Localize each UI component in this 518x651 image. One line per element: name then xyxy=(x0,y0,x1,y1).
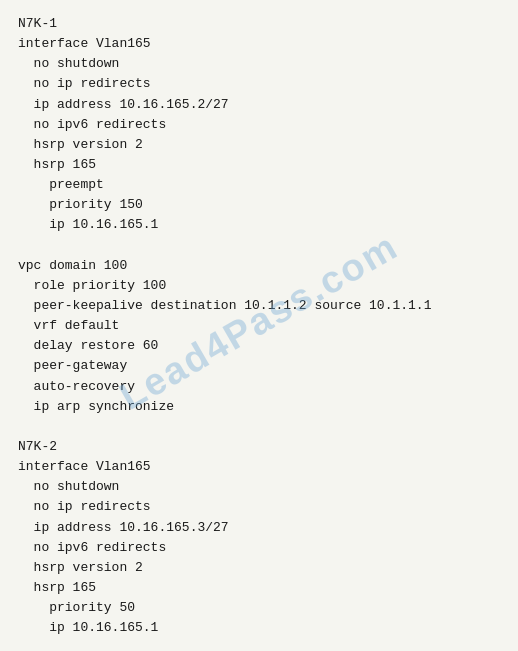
code-line: priority 150 xyxy=(18,195,500,215)
code-line: priority 50 xyxy=(18,598,500,618)
code-line: peer-keepalive destination 10.1.1.2 sour… xyxy=(18,296,500,316)
code-line: no ip redirects xyxy=(18,74,500,94)
code-line xyxy=(18,236,500,256)
code-line: no ipv6 redirects xyxy=(18,115,500,135)
code-line: role priority 100 xyxy=(18,276,500,296)
code-line: hsrp version 2 xyxy=(18,135,500,155)
code-line: hsrp 165 xyxy=(18,578,500,598)
code-line: ip arp synchronize xyxy=(18,397,500,417)
code-line: auto-recovery xyxy=(18,377,500,397)
code-line: delay restore 60 xyxy=(18,336,500,356)
code-line: no ip redirects xyxy=(18,497,500,517)
code-line: interface Vlan165 xyxy=(18,457,500,477)
code-content: N7K-1interface Vlan165 no shutdown no ip… xyxy=(18,14,500,651)
code-line: ip address 10.16.165.2/27 xyxy=(18,95,500,115)
code-line xyxy=(18,638,500,651)
code-line: N7K-1 xyxy=(18,14,500,34)
code-line: ip 10.16.165.1 xyxy=(18,618,500,638)
main-container: Lead4Pass.com N7K-1interface Vlan165 no … xyxy=(0,0,518,651)
code-line: hsrp version 2 xyxy=(18,558,500,578)
code-line: peer-gateway xyxy=(18,356,500,376)
code-line: no shutdown xyxy=(18,54,500,74)
code-line: no ipv6 redirects xyxy=(18,538,500,558)
code-line: ip address 10.16.165.3/27 xyxy=(18,518,500,538)
code-line: interface Vlan165 xyxy=(18,34,500,54)
code-line: hsrp 165 xyxy=(18,155,500,175)
code-line: vpc domain 100 xyxy=(18,256,500,276)
code-line: ip 10.16.165.1 xyxy=(18,215,500,235)
code-line: vrf default xyxy=(18,316,500,336)
code-line xyxy=(18,417,500,437)
code-line: N7K-2 xyxy=(18,437,500,457)
code-line: no shutdown xyxy=(18,477,500,497)
code-line: preempt xyxy=(18,175,500,195)
